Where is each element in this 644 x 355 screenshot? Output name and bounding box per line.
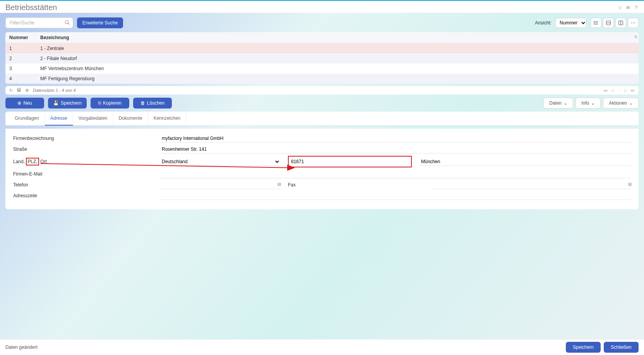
search-icon[interactable] [65, 20, 70, 26]
more-icon[interactable]: ⋯ [628, 18, 639, 28]
svg-point-0 [65, 21, 69, 24]
chevron-down-icon: ⌄ [591, 100, 595, 106]
col-name[interactable]: Bezeichnung [36, 32, 639, 43]
plz-input[interactable] [288, 156, 412, 167]
info-dropdown[interactable]: Info ⌄ [575, 98, 601, 109]
records-count: Datensätze 1 - 4 von 4 [33, 88, 76, 93]
label-strasse: Straße [13, 146, 160, 152]
save-icon: 💾 [53, 100, 59, 106]
telefon-more-icon[interactable]: ⊟ [277, 182, 281, 187]
page-title: Betriebsstätten [5, 3, 57, 12]
trash-icon: 🗑 [140, 100, 145, 106]
table-menu-icon[interactable]: ≡ [634, 34, 637, 40]
new-button[interactable]: ⊕ Neu [5, 98, 44, 109]
last-page-icon[interactable]: ⏭ [630, 88, 635, 93]
next-page-icon[interactable]: ▷ [624, 88, 627, 93]
plz-label-highlight: PLZ, [26, 158, 39, 165]
svg-line-1 [68, 23, 70, 25]
help-icon[interactable]: ？ [634, 4, 639, 11]
firma-input[interactable] [160, 134, 631, 143]
table-row[interactable]: 4 MF Fertigung Regensburg [5, 74, 639, 84]
label-firma: Firmenbezeichnung [13, 136, 160, 141]
label-telefon: Telefon [13, 182, 160, 188]
print-icon[interactable] [17, 88, 21, 93]
page-more-icon[interactable]: ⋯ [617, 88, 621, 93]
split-vertical-icon[interactable] [615, 18, 626, 28]
chevron-down-icon: ⌄ [564, 100, 567, 106]
strasse-input[interactable] [160, 145, 631, 153]
favorite-icon[interactable]: ☆ [618, 5, 622, 10]
save-button[interactable]: 💾 Speichern [48, 98, 87, 109]
data-table: ≡ Nummer Bezeichnung 1 1 - Zentrale 2 2 [5, 32, 639, 84]
refresh-icon[interactable]: ↻ [9, 88, 13, 93]
label-fax: Fax [288, 182, 423, 188]
fax-input[interactable] [431, 181, 631, 189]
email-input[interactable] [160, 170, 631, 178]
copy-button[interactable]: ⎘ Kopieren [91, 98, 129, 109]
first-page-icon[interactable]: ⏮ [603, 88, 608, 93]
svg-point-7 [594, 24, 594, 24]
daten-dropdown[interactable]: Daten ⌄ [543, 98, 573, 109]
table-row[interactable]: 3 MF Vertriebszentrum München [5, 64, 639, 74]
footer-close-button[interactable]: Schließen [604, 342, 639, 353]
delete-button[interactable]: 🗑 Löschen [133, 98, 172, 109]
tab-vorgabedaten[interactable]: Vorgabedaten [73, 112, 113, 125]
chevron-down-icon: ⌄ [629, 100, 633, 106]
prev-page-icon[interactable]: ◁ [611, 88, 614, 93]
col-number[interactable]: Nummer [5, 32, 36, 43]
svg-point-5 [594, 21, 594, 22]
label-land-plz-ort: Land, PLZ, Ort [13, 158, 160, 165]
view-select[interactable]: Nummer [555, 18, 587, 28]
tab-adresse[interactable]: Adresse [45, 112, 73, 126]
ort-input[interactable] [420, 157, 631, 166]
svg-point-6 [594, 22, 594, 23]
settings-icon[interactable]: ⚙ [25, 88, 29, 93]
tab-grundlagen[interactable]: Grundlagen [9, 112, 45, 125]
table-row[interactable]: 2 2 - Filiale Neudorf [5, 53, 639, 64]
land-select[interactable]: Deutschland [160, 157, 280, 166]
extended-search-button[interactable]: Erweiterte Suche [77, 17, 123, 28]
search-input[interactable] [5, 17, 73, 28]
list-view-icon[interactable] [591, 18, 601, 28]
label-email: Firmen-E-Mail [13, 171, 160, 177]
footer-save-button[interactable]: Speichern [566, 342, 601, 353]
telefon-input[interactable] [160, 181, 280, 189]
extended-search-label: Erweiterte Suche [82, 20, 118, 26]
tab-dokumente[interactable]: Dokumente [113, 112, 148, 125]
aktionen-dropdown[interactable]: Aktionen ⌄ [603, 98, 639, 109]
plus-icon: ⊕ [17, 100, 21, 106]
mail-icon[interactable]: ✉ [626, 5, 630, 10]
tab-kennzeichen[interactable]: Kennzeichen [148, 112, 186, 125]
copy-icon: ⎘ [98, 100, 101, 106]
view-label: Ansicht: [535, 20, 552, 26]
label-adresszeile: Adresszeile [13, 193, 160, 198]
fax-more-icon[interactable]: ⊟ [628, 182, 632, 187]
split-horizontal-icon[interactable] [603, 18, 614, 28]
status-text: Daten geändert [5, 345, 38, 350]
adresszeile-input[interactable] [160, 191, 631, 200]
table-row[interactable]: 1 1 - Zentrale [5, 43, 639, 54]
